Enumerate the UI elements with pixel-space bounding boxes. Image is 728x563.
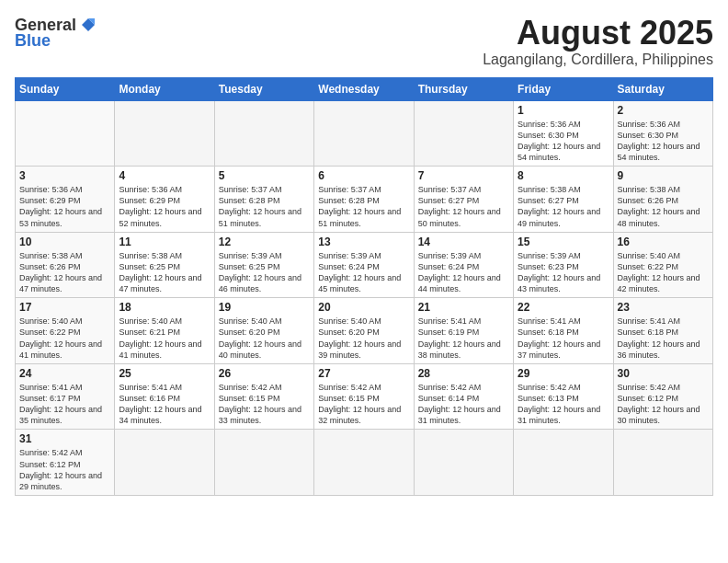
- day-number: 17: [19, 301, 110, 314]
- table-row: [115, 430, 214, 496]
- day-number: 16: [618, 236, 709, 248]
- day-info: Sunrise: 5:42 AM Sunset: 6:13 PM Dayligh…: [518, 382, 609, 427]
- table-row: 23Sunrise: 5:41 AM Sunset: 6:18 PM Dayli…: [613, 298, 712, 364]
- table-row: 21Sunrise: 5:41 AM Sunset: 6:19 PM Dayli…: [414, 298, 513, 364]
- table-row: 2Sunrise: 5:36 AM Sunset: 6:30 PM Daylig…: [613, 100, 712, 167]
- table-row: 26Sunrise: 5:42 AM Sunset: 6:15 PM Dayli…: [214, 363, 313, 430]
- day-number: 22: [518, 301, 609, 314]
- table-row: 16Sunrise: 5:40 AM Sunset: 6:22 PM Dayli…: [613, 232, 712, 298]
- day-info: Sunrise: 5:37 AM Sunset: 6:28 PM Dayligh…: [219, 184, 310, 229]
- day-number: 28: [418, 367, 509, 380]
- day-number: 6: [318, 169, 409, 182]
- table-row: 12Sunrise: 5:39 AM Sunset: 6:25 PM Dayli…: [214, 232, 313, 298]
- table-row: [314, 100, 414, 167]
- calendar-week-row: 31Sunrise: 5:42 AM Sunset: 6:12 PM Dayli…: [16, 430, 713, 496]
- day-number: 31: [19, 432, 110, 445]
- day-number: 10: [19, 236, 110, 248]
- day-number: 1: [518, 104, 609, 117]
- table-row: 17Sunrise: 5:40 AM Sunset: 6:22 PM Dayli…: [16, 298, 115, 364]
- day-number: 8: [518, 169, 609, 182]
- day-info: Sunrise: 5:38 AM Sunset: 6:25 PM Dayligh…: [119, 250, 210, 295]
- table-row: 18Sunrise: 5:40 AM Sunset: 6:21 PM Dayli…: [115, 298, 214, 364]
- calendar-week-row: 10Sunrise: 5:38 AM Sunset: 6:26 PM Dayli…: [16, 232, 713, 298]
- day-number: 13: [318, 236, 409, 248]
- page-header: General Blue August 2025 Lagangilang, Co…: [15, 15, 713, 68]
- col-tuesday: Tuesday: [214, 77, 313, 100]
- table-row: 19Sunrise: 5:40 AM Sunset: 6:20 PM Dayli…: [214, 298, 313, 364]
- logo-triangle-icon: [78, 15, 98, 35]
- day-number: 12: [219, 236, 310, 248]
- col-monday: Monday: [115, 77, 214, 100]
- table-row: 10Sunrise: 5:38 AM Sunset: 6:26 PM Dayli…: [16, 232, 115, 298]
- table-row: [414, 430, 513, 496]
- day-number: 5: [219, 169, 310, 182]
- day-info: Sunrise: 5:36 AM Sunset: 6:29 PM Dayligh…: [19, 184, 110, 229]
- calendar-week-row: 1Sunrise: 5:36 AM Sunset: 6:30 PM Daylig…: [16, 100, 713, 167]
- table-row: 6Sunrise: 5:37 AM Sunset: 6:28 PM Daylig…: [314, 167, 414, 233]
- table-row: 27Sunrise: 5:42 AM Sunset: 6:15 PM Dayli…: [314, 363, 414, 430]
- day-info: Sunrise: 5:40 AM Sunset: 6:22 PM Dayligh…: [618, 250, 709, 295]
- table-row: 9Sunrise: 5:38 AM Sunset: 6:26 PM Daylig…: [613, 167, 712, 233]
- table-row: 1Sunrise: 5:36 AM Sunset: 6:30 PM Daylig…: [514, 100, 613, 167]
- day-number: 18: [119, 301, 210, 314]
- table-row: 30Sunrise: 5:42 AM Sunset: 6:12 PM Dayli…: [613, 363, 712, 430]
- day-info: Sunrise: 5:36 AM Sunset: 6:30 PM Dayligh…: [618, 119, 709, 164]
- day-info: Sunrise: 5:38 AM Sunset: 6:26 PM Dayligh…: [19, 250, 110, 295]
- table-row: [613, 430, 712, 496]
- table-row: [16, 100, 115, 167]
- table-row: 31Sunrise: 5:42 AM Sunset: 6:12 PM Dayli…: [16, 430, 115, 496]
- day-info: Sunrise: 5:38 AM Sunset: 6:27 PM Dayligh…: [518, 184, 609, 229]
- day-info: Sunrise: 5:42 AM Sunset: 6:12 PM Dayligh…: [19, 447, 110, 492]
- day-number: 4: [119, 169, 210, 182]
- table-row: 11Sunrise: 5:38 AM Sunset: 6:25 PM Dayli…: [115, 232, 214, 298]
- day-number: 2: [618, 104, 709, 117]
- day-number: 30: [618, 367, 709, 380]
- day-number: 15: [518, 236, 609, 248]
- day-number: 27: [318, 367, 409, 380]
- logo-blue: Blue: [15, 31, 51, 51]
- day-info: Sunrise: 5:40 AM Sunset: 6:20 PM Dayligh…: [219, 316, 310, 361]
- day-number: 11: [119, 236, 210, 248]
- calendar-subtitle: Lagangilang, Cordillera, Philippines: [483, 52, 713, 68]
- day-info: Sunrise: 5:36 AM Sunset: 6:29 PM Dayligh…: [119, 184, 210, 229]
- table-row: 24Sunrise: 5:41 AM Sunset: 6:17 PM Dayli…: [16, 363, 115, 430]
- day-info: Sunrise: 5:40 AM Sunset: 6:21 PM Dayligh…: [119, 316, 210, 361]
- calendar-week-row: 17Sunrise: 5:40 AM Sunset: 6:22 PM Dayli…: [16, 298, 713, 364]
- table-row: 14Sunrise: 5:39 AM Sunset: 6:24 PM Dayli…: [414, 232, 513, 298]
- table-row: 4Sunrise: 5:36 AM Sunset: 6:29 PM Daylig…: [115, 167, 214, 233]
- table-row: [214, 100, 313, 167]
- day-info: Sunrise: 5:39 AM Sunset: 6:24 PM Dayligh…: [318, 250, 409, 295]
- day-info: Sunrise: 5:41 AM Sunset: 6:18 PM Dayligh…: [518, 316, 609, 361]
- table-row: [115, 100, 214, 167]
- calendar-week-row: 24Sunrise: 5:41 AM Sunset: 6:17 PM Dayli…: [16, 363, 713, 430]
- day-info: Sunrise: 5:42 AM Sunset: 6:12 PM Dayligh…: [618, 382, 709, 427]
- table-row: 22Sunrise: 5:41 AM Sunset: 6:18 PM Dayli…: [514, 298, 613, 364]
- table-row: 3Sunrise: 5:36 AM Sunset: 6:29 PM Daylig…: [16, 167, 115, 233]
- col-sunday: Sunday: [16, 77, 115, 100]
- day-info: Sunrise: 5:39 AM Sunset: 6:25 PM Dayligh…: [219, 250, 310, 295]
- day-info: Sunrise: 5:38 AM Sunset: 6:26 PM Dayligh…: [618, 184, 709, 229]
- calendar-header-row: Sunday Monday Tuesday Wednesday Thursday…: [16, 77, 713, 100]
- table-row: 5Sunrise: 5:37 AM Sunset: 6:28 PM Daylig…: [214, 167, 313, 233]
- day-number: 7: [418, 169, 509, 182]
- day-number: 9: [618, 169, 709, 182]
- col-wednesday: Wednesday: [314, 77, 414, 100]
- day-info: Sunrise: 5:41 AM Sunset: 6:16 PM Dayligh…: [119, 382, 210, 427]
- table-row: 20Sunrise: 5:40 AM Sunset: 6:20 PM Dayli…: [314, 298, 414, 364]
- day-info: Sunrise: 5:36 AM Sunset: 6:30 PM Dayligh…: [518, 119, 609, 164]
- col-saturday: Saturday: [613, 77, 712, 100]
- day-number: 14: [418, 236, 509, 248]
- calendar-week-row: 3Sunrise: 5:36 AM Sunset: 6:29 PM Daylig…: [16, 167, 713, 233]
- day-info: Sunrise: 5:41 AM Sunset: 6:17 PM Dayligh…: [19, 382, 110, 427]
- day-info: Sunrise: 5:39 AM Sunset: 6:24 PM Dayligh…: [418, 250, 509, 295]
- table-row: 25Sunrise: 5:41 AM Sunset: 6:16 PM Dayli…: [115, 363, 214, 430]
- table-row: [314, 430, 414, 496]
- day-number: 20: [318, 301, 409, 314]
- logo: General Blue: [15, 15, 98, 51]
- day-number: 29: [518, 367, 609, 380]
- table-row: [414, 100, 513, 167]
- day-number: 24: [19, 367, 110, 380]
- day-info: Sunrise: 5:42 AM Sunset: 6:15 PM Dayligh…: [219, 382, 310, 427]
- table-row: 8Sunrise: 5:38 AM Sunset: 6:27 PM Daylig…: [514, 167, 613, 233]
- day-info: Sunrise: 5:41 AM Sunset: 6:18 PM Dayligh…: [618, 316, 709, 361]
